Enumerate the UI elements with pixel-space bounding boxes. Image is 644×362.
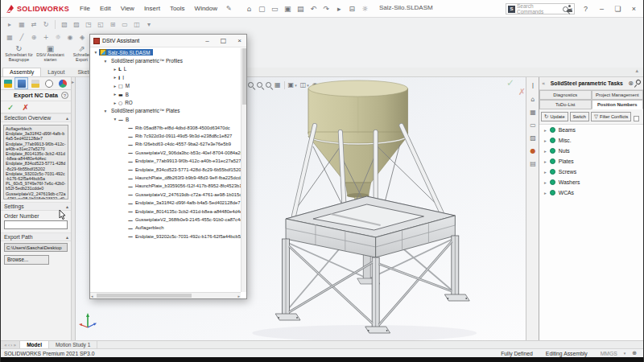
tree-item-root[interactable]: ▾Salz-Silo.SLDASM: [90, 48, 246, 56]
update-button[interactable]: ↻Update: [541, 112, 568, 121]
toolbar-icon[interactable]: ◫: [131, 21, 142, 28]
dialog-title-bar[interactable]: DStV Assistant – □ ×: [90, 35, 246, 47]
custom-properties-icon[interactable]: ▤: [528, 159, 538, 169]
dstv-assistant-dialog[interactable]: DStV Assistant – □ × ▾Salz-Silo.SLDASM ▾…: [89, 34, 247, 299]
globe-icon[interactable]: ⊕: [625, 350, 643, 356]
tree-item[interactable]: —Rib f26ebd63-c4dc-4557-9ba2-627e3e76e5b…: [90, 140, 246, 148]
tree-item[interactable]: ▾—B: [90, 115, 246, 123]
toolbar-icon[interactable]: +: [40, 34, 52, 41]
tab-model[interactable]: Model: [20, 341, 49, 348]
category-screws[interactable]: ▸Screws: [539, 167, 643, 177]
expander-icon[interactable]: ▸: [544, 180, 547, 185]
cancel-button[interactable]: ✗: [22, 103, 28, 112]
tab-project-management[interactable]: Project Management: [592, 90, 644, 100]
view-palette-icon[interactable]: ▨: [528, 134, 538, 143]
selection-item[interactable]: Endplate_77ab9913-9f0b-412c-a40b-e31ec27…: [6, 142, 66, 151]
dialog-vertical-scrollbar[interactable]: [241, 48, 246, 292]
options-icon[interactable]: ☼: [359, 5, 371, 13]
first-tab-icon[interactable]: «: [4, 342, 7, 348]
toolbar-icon[interactable]: ◳: [83, 21, 94, 28]
toolbar-icon[interactable]: ▨: [71, 21, 82, 28]
featuremanager-tab-icon[interactable]: [1, 77, 14, 89]
print-icon[interactable]: ▤: [295, 5, 307, 13]
tree-item[interactable]: —GussetplateV2_368fb0e9-2145-455c-91b0-c…: [90, 216, 246, 224]
tree-item[interactable]: ▸II: [90, 73, 246, 81]
tab-assembly[interactable]: Assembly: [2, 68, 41, 76]
toolbar-icon[interactable]: ◈: [76, 34, 88, 41]
tab-position-numbers[interactable]: Position Numbers: [592, 100, 644, 109]
tree-item[interactable]: —Rib 7c922d3d-0911-49d5-9b3d-e238d8c1e82…: [90, 132, 246, 140]
tree-item[interactable]: ▾SolidSteel parametric™ Profiles: [90, 56, 246, 64]
selection-list[interactable]: Auflagerblech Endplate_3a31ff42-d99f-4af…: [3, 125, 68, 200]
expander-icon[interactable]: ▸: [112, 101, 118, 105]
user-account-icon[interactable]: [562, 5, 577, 14]
category-nuts[interactable]: ▸Nuts: [539, 146, 643, 156]
prev-tab-icon[interactable]: ‹: [8, 342, 10, 348]
attachments-icon[interactable]: ⊟: [346, 5, 358, 13]
category-beams[interactable]: ▸Beams: [539, 125, 643, 135]
menu-insert[interactable]: Insert: [140, 3, 164, 14]
collapse-section-icon[interactable]: ▴: [66, 234, 68, 240]
menu-pin-icon[interactable]: ✎: [221, 5, 237, 12]
expander-icon[interactable]: ▸: [112, 84, 118, 88]
configurationmanager-tab-icon[interactable]: [28, 77, 42, 89]
tab-layout[interactable]: Layout: [41, 68, 71, 76]
selection-item[interactable]: Endplate_8014135c-3cb2-431d-b8ea-a84480e…: [6, 151, 66, 161]
design-library-icon[interactable]: ▦: [528, 108, 538, 117]
dialog-close-button[interactable]: ×: [233, 37, 246, 44]
expander-icon[interactable]: ▸: [544, 159, 547, 164]
toolbar-icon[interactable]: ↻: [40, 21, 52, 28]
scroll-left-icon[interactable]: ◂: [91, 294, 93, 298]
tree-item[interactable]: ▸○RO: [90, 98, 246, 106]
minimize-button[interactable]: –: [594, 5, 609, 13]
tree-item[interactable]: —HaunchPlate_d8b263f3-b9b9-48d3-9eff-fba…: [90, 174, 246, 182]
file-explorer-icon[interactable]: ▭: [528, 121, 538, 130]
tree-item[interactable]: —GussetplateV2_906da3bc-b53c-40ef-8704-0…: [90, 149, 246, 157]
dimxpert-tab-icon[interactable]: [42, 77, 56, 89]
scroll-right-icon[interactable]: ▸: [237, 294, 240, 298]
search-input[interactable]: Search Commands: [517, 3, 561, 14]
tree-item[interactable]: —Endplate_3a31ff42-d99f-4afb-b4a5-5ed402…: [90, 199, 246, 207]
restore-button[interactable]: ❏: [610, 5, 625, 13]
redo-icon[interactable]: ↷: [320, 5, 332, 13]
save-icon[interactable]: ▣: [282, 5, 294, 13]
filter-checkbox[interactable]: [634, 116, 639, 121]
toolbar-icon[interactable]: ╱: [16, 34, 27, 41]
next-tab-icon[interactable]: ›: [10, 342, 12, 348]
home-icon[interactable]: ⌂: [243, 5, 255, 13]
close-pane-icon[interactable]: ⊗: [628, 80, 634, 87]
open-icon[interactable]: ▭: [269, 5, 281, 13]
expander-icon[interactable]: ▸: [544, 191, 547, 195]
tree-item[interactable]: ▸□M: [90, 82, 246, 90]
menu-view[interactable]: View: [117, 3, 138, 14]
toolbar-icon[interactable]: ⊕: [28, 34, 39, 41]
tree-item[interactable]: —Rib 05ad87fb-ef8d-4dbd-8308-4500d63470d…: [90, 124, 246, 132]
schnellstart-baugruppe-button[interactable]: ↻ Schnellstart für Baugruppe: [4, 43, 34, 68]
close-button[interactable]: ×: [626, 5, 642, 13]
appearances-icon[interactable]: ●: [528, 146, 538, 156]
last-tab-icon[interactable]: »: [13, 342, 16, 348]
tree-item[interactable]: —Auflagerblech: [90, 224, 246, 232]
displaymanager-tab-icon[interactable]: [56, 77, 69, 89]
category-misc[interactable]: ▸Misc.: [539, 135, 643, 146]
expander-icon[interactable]: ▸: [112, 67, 118, 72]
help-icon[interactable]: ?: [61, 92, 68, 99]
selection-item[interactable]: Endplate_834cd523-5771-428d-8c29-6b55bdf…: [6, 161, 66, 171]
export-path-field[interactable]: C:\Users\Sascha\Desktop: [4, 243, 68, 252]
dstv-assistant-starten-button[interactable]: ▣ DStV Assistant starten: [35, 43, 65, 68]
expander-icon[interactable]: ▸: [544, 170, 547, 175]
ok-button[interactable]: ✓: [7, 103, 14, 112]
selection-item[interactable]: GussetplateV2_247619db-c72a-4761-ae98-1b…: [6, 191, 66, 200]
tree-item[interactable]: —Endplate_77ab9913-9f0b-412c-a40b-e31ec2…: [90, 157, 246, 165]
pin-icon[interactable]: [635, 79, 642, 85]
selection-item[interactable]: PL_60x5_9749e76f-7e6c-42b0-b52f-5edb231c…: [6, 181, 66, 191]
collapse-section-icon[interactable]: ▴: [66, 115, 68, 121]
selection-item[interactable]: Endplate_3a31ff42-d99f-4afb-b4a5-5ed4021…: [6, 131, 66, 141]
propertymanager-tab-icon[interactable]: [14, 77, 28, 89]
category-washers[interactable]: ▸Washers: [539, 177, 643, 187]
dialog-minimize-button[interactable]: –: [200, 37, 214, 44]
toolbar-icon[interactable]: ▸: [4, 21, 15, 28]
tab-diagnostics[interactable]: Diagnostics: [539, 90, 592, 100]
select-icon[interactable]: ▸: [333, 5, 345, 13]
menu-edit[interactable]: Edit: [96, 3, 115, 14]
